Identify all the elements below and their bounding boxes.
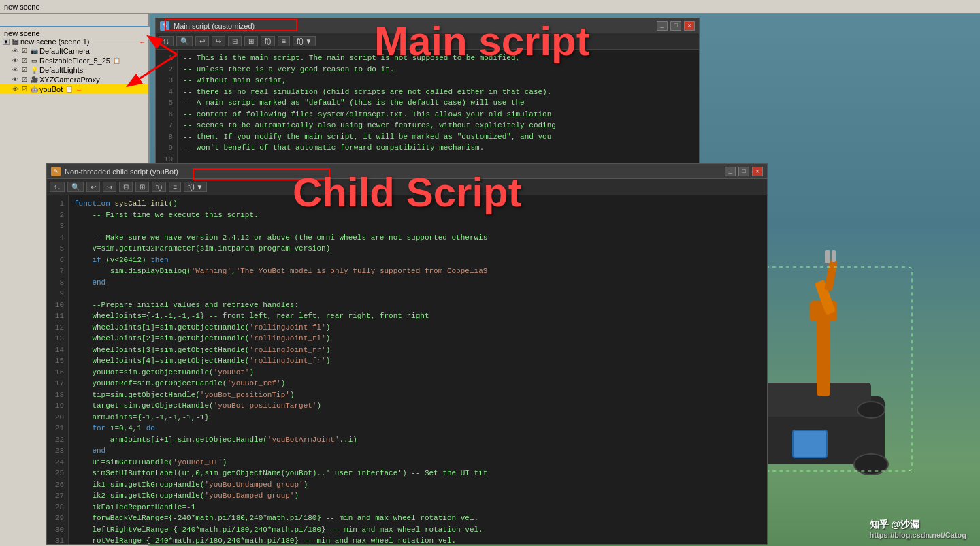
toolbar-collapse[interactable]: ⊟ — [228, 36, 242, 46]
floor-icon: ▭ — [30, 57, 38, 65]
main-script-window: ✎ Main script (customized) _ □ ✕ ↑↓ 🔍 ↩ … — [155, 18, 700, 184]
code-line-6: -- content of following file: system/dlt… — [183, 109, 693, 121]
child-toolbar-redo[interactable]: ↪ — [103, 182, 116, 192]
child-minimize-btn[interactable]: _ — [725, 167, 736, 176]
camera-label: DefaultCamera — [39, 47, 90, 55]
hierarchy-item-lights[interactable]: 👁 ☑ 💡 DefaultLights — [0, 65, 148, 75]
child-toolbar-updown[interactable]: ↑↓ — [50, 182, 65, 192]
hierarchy-item-proxy[interactable]: 👁 ☑ 🎥 XYZCameraProxy — [0, 75, 148, 84]
code-line-2: -- unless there is a very good reason to… — [183, 64, 693, 76]
child-line-10: --Prepare initial values and retrieve ha… — [74, 300, 762, 311]
visibility-icon-lights[interactable]: 👁 — [11, 66, 19, 74]
toolbar-expand[interactable]: ⊞ — [244, 36, 258, 46]
youbot-arrow: ← — [76, 86, 82, 93]
watermark-line2: https://blog.csdn.net/Catog — [870, 531, 966, 539]
child-toolbar-expand[interactable]: ⊞ — [135, 182, 149, 192]
child-line-15: wheelJoints[4]=sim.getObjectHandle('roll… — [74, 355, 762, 367]
child-line-8: end — [74, 277, 762, 289]
toolbar-func[interactable]: f() — [261, 36, 275, 46]
svg-rect-11 — [832, 250, 836, 262]
top-menubar: new scene — [0, 0, 980, 14]
child-script-content: 12345 678910 1112131415 1617181920 21222… — [47, 195, 767, 544]
hierarchy-item-youbot[interactable]: 👁 ☑ 🤖 youBot 📋 ← — [0, 84, 148, 94]
toolbar-updown[interactable]: ↑↓ — [159, 36, 174, 46]
child-line-20: armJoints={-1,-1,-1,-1,-1} — [74, 412, 762, 423]
child-code-area[interactable]: function sysCall_init() -- First time we… — [69, 195, 767, 544]
toolbar-undo[interactable]: ↩ — [195, 36, 209, 46]
code-line-1: -- This is the main script. The main scr… — [183, 52, 693, 64]
menu-new-scene[interactable]: new scene — [4, 3, 40, 11]
child-line-14: wheelJoints[3]=sim.getObjectHandle('roll… — [74, 344, 762, 356]
lights-icon: 💡 — [30, 66, 38, 74]
child-script-icon: ✎ — [51, 167, 61, 176]
child-toolbar-func[interactable]: f() — [152, 182, 166, 192]
child-toolbar-menu[interactable]: ≡ — [169, 182, 181, 192]
child-line-12: wheelJoints[1]=sim.getObjectHandle('roll… — [74, 322, 762, 334]
child-line-31: rotVelRange={-240*math.pi/180,240*math.p… — [74, 535, 762, 544]
close-btn[interactable]: ✕ — [684, 21, 695, 31]
watermark: 知乎 @沙漏 https://blog.csdn.net/Catog — [870, 519, 966, 539]
child-line-29: forwBackVelRange={-240*math.pi/180,240*m… — [74, 513, 762, 524]
checkbox-icon-lights[interactable]: ☑ — [20, 66, 29, 74]
svg-rect-12 — [793, 430, 827, 457]
checkbox-icon-youbot[interactable]: ☑ — [20, 85, 29, 93]
proxy-label: XYZCameraProxy — [39, 76, 100, 84]
lights-label: DefaultLights — [39, 66, 83, 74]
child-script-titlebar: ✎ Non-threaded child script (youBot) _ □… — [47, 164, 767, 179]
maximize-btn[interactable]: □ — [670, 21, 681, 31]
youbot-badge: 📋 — [65, 86, 73, 93]
child-toolbar-undo[interactable]: ↩ — [86, 182, 100, 192]
child-toolbar-search[interactable]: 🔍 — [67, 182, 84, 192]
toolbar-func-menu[interactable]: f() ▼ — [293, 36, 316, 46]
child-script-window: ✎ Non-threaded child script (youBot) _ □… — [46, 163, 768, 545]
main-script-toolbar: ↑↓ 🔍 ↩ ↪ ⊟ ⊞ f() ≡ f() ▼ — [156, 33, 699, 50]
visibility-icon-floor[interactable]: 👁 — [11, 57, 19, 65]
child-line-16: youBot=sim.getObjectHandle('youBot') — [74, 367, 762, 379]
child-script-title: Non-threaded child script (youBot) — [65, 167, 178, 176]
child-close-btn[interactable]: ✕ — [752, 167, 763, 176]
checkbox-icon-proxy[interactable]: ☑ — [20, 76, 29, 84]
code-line-7: -- scenes to be automatically also using… — [183, 120, 693, 131]
line-numbers-child: 12345 678910 1112131415 1617181920 21222… — [47, 195, 69, 544]
camera-icon: 📷 — [30, 47, 38, 55]
toolbar-redo[interactable]: ↪ — [212, 36, 225, 46]
code-line-9: -- won't benefit of that automatic forwa… — [183, 142, 693, 154]
visibility-icon-proxy[interactable]: 👁 — [11, 76, 19, 84]
youbot-label: youBot — [39, 85, 63, 93]
child-line-24: ui=simGetUIHandle('youBot_UI') — [74, 457, 762, 468]
hierarchy-item-floor[interactable]: 👁 ☑ ▭ ResizableFloor_5_25 📋 — [0, 56, 148, 65]
new-scene-label: new scene — [4, 29, 40, 37]
code-line-3: -- Without main script, — [183, 75, 693, 86]
toolbar-menu[interactable]: ≡ — [278, 36, 290, 46]
toolbar-search[interactable]: 🔍 — [176, 36, 193, 46]
checkbox-icon[interactable]: ☑ — [20, 47, 29, 55]
child-line-1: function sysCall_init() — [74, 198, 762, 210]
child-line-2: -- First time we execute this script. — [74, 210, 762, 221]
minimize-btn[interactable]: _ — [657, 21, 668, 31]
child-toolbar-collapse[interactable]: ⊟ — [119, 182, 133, 192]
visibility-icon-youbot[interactable]: 👁 — [11, 85, 19, 93]
child-maximize-btn[interactable]: □ — [738, 167, 749, 176]
child-line-5: v=sim.getInt32Parameter(sim.intparam_pro… — [74, 243, 762, 255]
floor-badge: 📋 — [113, 57, 120, 64]
code-line-8: -- them. If you modify the main script, … — [183, 131, 693, 143]
robot-icon: 🤖 — [30, 85, 38, 93]
svg-point-5 — [858, 402, 885, 418]
main-script-titlebar: ✎ Main script (customized) _ □ ✕ — [156, 18, 699, 33]
visibility-icon[interactable]: 👁 — [11, 47, 19, 55]
child-line-25: simSetUIButtonLabel(ui,0,sim.getObjectNa… — [74, 468, 762, 479]
svg-rect-10 — [825, 250, 830, 263]
child-line-7: sim.displayDialog('Warning','The YouBot … — [74, 266, 762, 277]
floor-label: ResizableFloor_5_25 — [39, 57, 110, 65]
main-script-icon: ✎ — [160, 21, 169, 31]
new-scene-bar: new scene — [0, 27, 150, 39]
proxy-icon: 🎥 — [30, 76, 38, 84]
child-line-17: youBotRef=sim.getObjectHandle('youBot_re… — [74, 378, 762, 389]
child-toolbar-func-menu[interactable]: f() ▼ — [184, 182, 207, 192]
checkbox-icon-floor[interactable]: ☑ — [20, 57, 29, 65]
watermark-line1: 知乎 @沙漏 — [870, 519, 966, 531]
hierarchy-item-camera[interactable]: 👁 ☑ 📷 DefaultCamera — [0, 46, 148, 56]
svg-rect-9 — [824, 259, 838, 291]
code-line-4: -- there is no real simulation (child sc… — [183, 86, 693, 98]
child-line-22: armJoints[i+1]=sim.getObjectHandle('youB… — [74, 434, 762, 446]
